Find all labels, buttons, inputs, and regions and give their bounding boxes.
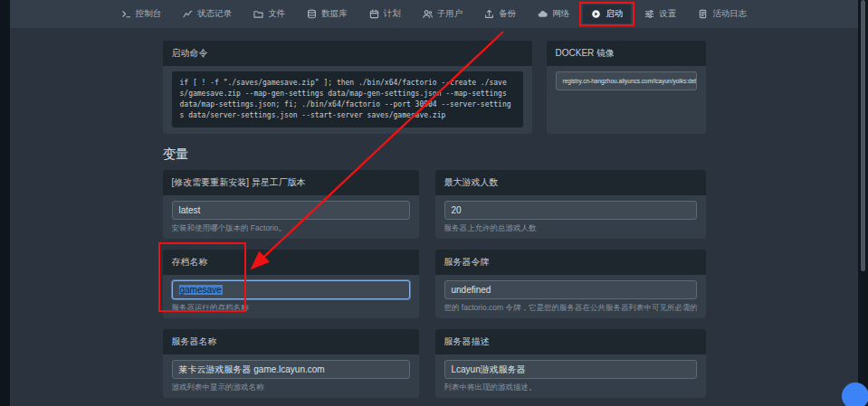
- backup-icon: [484, 9, 494, 19]
- field-label: 存档名称: [163, 250, 419, 275]
- nav-item-startup[interactable]: 启动: [583, 5, 631, 24]
- nav-item-status[interactable]: 状态记录: [175, 5, 240, 24]
- nav-label: 文件: [268, 8, 285, 20]
- field-save-name: 存档名称 gamesave 服务器运行的存档名称: [163, 250, 419, 318]
- nav-label: 活动日志: [712, 8, 747, 20]
- calendar-icon: [369, 9, 379, 19]
- field-server-description: 服务器描述 Lcayun游戏服务器 列表中将出现的游戏描述。: [435, 329, 706, 398]
- scrollbar-track[interactable]: [858, 0, 868, 406]
- selected-text: gamesave: [179, 285, 223, 295]
- top-navbar: 控制台 状态记录 文件 数据库 计划 子用户 备份 网络: [10, 0, 858, 28]
- field-max-players: 最大游戏人数 20 服务器上允许的总游戏人数: [435, 170, 706, 239]
- startup-command-title: 启动命令: [163, 41, 532, 66]
- field-help: 服务器上允许的总游戏人数: [444, 223, 697, 232]
- field-help: 您的 factorio.com 令牌，它是您的服务器在公共服务器列表中可见所必需…: [444, 303, 697, 312]
- field-factorio-version: [修改需要重新安装] 异星工厂版本 latest 安装和使用哪个版本的 Fact…: [163, 170, 419, 239]
- nav-label: 备份: [499, 8, 516, 20]
- nav-item-subusers[interactable]: 子用户: [415, 5, 472, 24]
- nav-label: 控制台: [136, 8, 162, 20]
- scrollbar-thumb[interactable]: [861, 0, 865, 271]
- startup-command-card: 启动命令 if [ ! -f "./saves/gamesave.zip" ];…: [163, 41, 532, 134]
- field-help: 安装和使用哪个版本的 Factorio。: [172, 223, 410, 232]
- chart-icon: [183, 9, 193, 19]
- settings-icon: [644, 9, 654, 19]
- field-server-name: 服务器名称 莱卡云游戏服务器 game.lcayun.com 游戏列表中显示的游…: [163, 329, 419, 398]
- docker-image-title: DOCKER 镜像: [547, 41, 706, 66]
- field-server-token: 服务器令牌 undefined 您的 factorio.com 令牌，它是您的服…: [435, 250, 706, 318]
- server-description-input[interactable]: Lcayun游戏服务器: [444, 360, 697, 379]
- floating-action-button[interactable]: [842, 382, 868, 406]
- nav-item-files[interactable]: 文件: [245, 5, 293, 24]
- play-icon: [591, 9, 601, 19]
- field-help: 服务器运行的存档名称: [172, 303, 410, 312]
- nav-item-network[interactable]: 网络: [529, 5, 577, 24]
- field-help: 列表中将出现的游戏描述。: [444, 382, 697, 392]
- nav-label: 网络: [552, 8, 569, 20]
- nav-label: 子用户: [437, 8, 463, 20]
- app-window: 控制台 状态记录 文件 数据库 计划 子用户 备份 网络: [10, 0, 858, 406]
- max-players-input[interactable]: 20: [444, 201, 697, 220]
- nav-item-schedules[interactable]: 计划: [361, 5, 409, 24]
- terminal-icon: [121, 9, 131, 19]
- log-icon: [698, 9, 708, 19]
- nav-item-settings[interactable]: 设置: [636, 5, 684, 24]
- server-token-input[interactable]: undefined: [444, 280, 697, 299]
- factorio-version-input[interactable]: latest: [172, 201, 410, 220]
- nav-item-console[interactable]: 控制台: [113, 5, 170, 24]
- nav-label: 设置: [659, 8, 676, 20]
- field-label: 服务器名称: [163, 329, 419, 354]
- nav-label: 启动: [606, 8, 623, 20]
- startup-command-code: if [ ! -f "./saves/gamesave.zip" ]; then…: [172, 71, 523, 127]
- nav-label: 计划: [384, 8, 401, 20]
- docker-image-card: DOCKER 镜像 registry.cn-hangzhou.aliyuncs.…: [547, 41, 706, 134]
- users-icon: [423, 9, 433, 19]
- folder-icon: [253, 9, 263, 19]
- nav-label: 数据库: [321, 8, 348, 20]
- variables-heading: 变量: [163, 146, 706, 163]
- field-label: 服务器令牌: [435, 250, 706, 275]
- field-label: 最大游戏人数: [435, 170, 706, 195]
- database-icon: [307, 9, 317, 19]
- nav-item-database[interactable]: 数据库: [299, 5, 356, 24]
- field-help: 游戏列表中显示的游戏名称: [172, 382, 410, 392]
- field-label: 服务器描述: [435, 329, 706, 354]
- server-name-input[interactable]: 莱卡云游戏服务器 game.lcayun.com: [172, 360, 410, 379]
- nav-item-activity-log[interactable]: 活动日志: [690, 5, 755, 24]
- save-name-input[interactable]: gamesave: [172, 280, 410, 299]
- docker-image-input[interactable]: registry.cn-hangzhou.aliyuncs.com/lcayun…: [556, 71, 697, 90]
- nav-item-backups[interactable]: 备份: [476, 5, 524, 24]
- nav-label: 状态记录: [197, 8, 232, 20]
- network-icon: [538, 9, 548, 19]
- field-label: [修改需要重新安装] 异星工厂版本: [163, 170, 419, 195]
